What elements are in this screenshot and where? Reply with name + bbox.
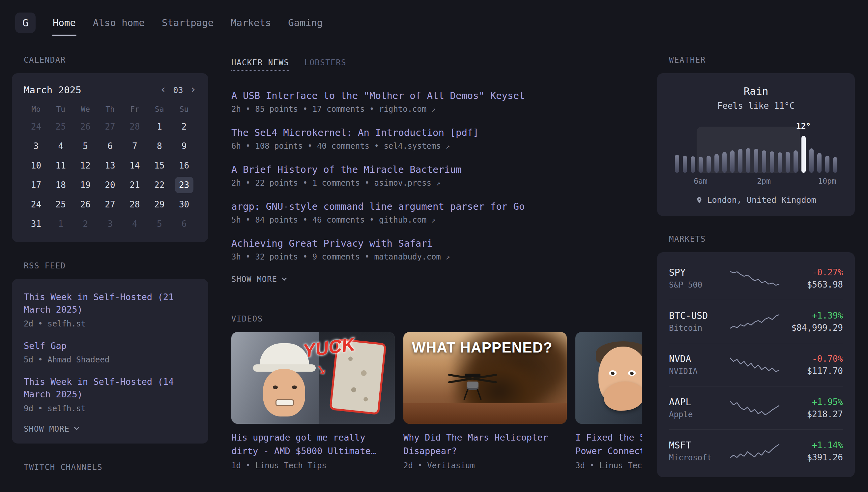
- news-item-title[interactable]: A Brief History of the Miracle Bacterium: [231, 164, 642, 175]
- rss-item: Self Gap5d • Ahmad Shadeed: [24, 340, 196, 364]
- video-title[interactable]: His upgrade got me reallydirty - AMD $50…: [231, 431, 395, 458]
- feed-show-more-button[interactable]: SHOW MORE: [231, 275, 642, 284]
- news-item-title[interactable]: Achieving Great Privacy with Safari: [231, 238, 642, 249]
- video-title[interactable]: I Fixed the 5Power Connect: [575, 431, 642, 458]
- nav-tab-startpage[interactable]: Startpage: [162, 0, 214, 46]
- weather-chart: 12°: [675, 123, 837, 173]
- weather-bar: [730, 150, 735, 173]
- calendar-day: 5: [73, 136, 98, 156]
- rss-show-more-button[interactable]: SHOW MORE: [24, 424, 196, 434]
- calendar-day: 2: [73, 214, 98, 233]
- calendar-next-icon[interactable]: ›: [190, 83, 196, 95]
- news-item-source[interactable]: matanabudy.com ↗: [374, 252, 450, 262]
- calendar-weekday-label: We: [73, 105, 98, 114]
- video-thumbnail[interactable]: YUCK↘: [231, 332, 395, 424]
- calendar-day: 24: [24, 195, 48, 214]
- calendar-day: 7: [122, 136, 147, 156]
- calendar-day: 21: [122, 175, 147, 195]
- feed-tab-hacker-news[interactable]: HACKER NEWS: [231, 58, 289, 71]
- external-link-icon: ↗: [446, 142, 450, 150]
- nav-tab-markets[interactable]: Markets: [231, 0, 271, 46]
- video-item: WHAT HAPPENED?Why Did The Mars Helicopte…: [403, 332, 567, 470]
- feed-tab-lobsters[interactable]: LOBSTERS: [304, 58, 346, 71]
- weather-bar: [707, 156, 711, 173]
- rss-title-line: This Week in Self-Hosted (14: [24, 376, 196, 388]
- video-meta: 1d • Linus Tech Tips: [231, 461, 395, 470]
- nav-tab-home[interactable]: Home: [53, 0, 76, 46]
- app-logo[interactable]: G: [15, 13, 35, 33]
- feed-show-more-label: SHOW MORE: [231, 275, 277, 284]
- news-item-source[interactable]: sel4.systems ↗: [384, 142, 450, 151]
- rss-item: This Week in Self-Hosted (14March 2025)9…: [24, 376, 196, 413]
- calendar-day: 3: [98, 214, 123, 233]
- calendar-day: 6: [172, 214, 196, 233]
- external-link-icon: ↗: [431, 216, 436, 224]
- calendar-month-title: March 2025: [24, 84, 81, 96]
- video-thumbnail[interactable]: WHAT HAPPENED?: [403, 332, 567, 424]
- calendar-day: 4: [122, 214, 147, 233]
- nav-tab-also-home[interactable]: Also home: [93, 0, 144, 46]
- market-symbol: AAPL: [669, 397, 722, 408]
- weather-time-label: 10pm: [818, 177, 836, 185]
- chevron-down-icon: [282, 275, 287, 280]
- news-item-title[interactable]: A USB Interface to the "Mother of All De…: [231, 90, 642, 101]
- market-name: Apple: [669, 410, 722, 419]
- left-column: CALENDAR March 2025 ‹ 03 › MoTuWeThFrSaS…: [12, 55, 208, 472]
- market-change: -0.70%: [787, 354, 843, 364]
- nav-tab-gaming[interactable]: Gaming: [288, 0, 323, 46]
- calendar-day: 17: [24, 175, 48, 195]
- calendar-prev-icon[interactable]: ‹: [160, 83, 166, 95]
- market-row[interactable]: BTC-USDBitcoin+1.39%$84,999.29: [669, 300, 843, 343]
- market-price: $84,999.29: [787, 323, 843, 333]
- video-thumbnail[interactable]: DO: [575, 332, 642, 424]
- calendar-weekday-row: MoTuWeThFrSaSu: [24, 105, 196, 114]
- rss-item-title[interactable]: This Week in Self-Hosted (14March 2025): [24, 376, 196, 401]
- nav-tabs: HomeAlso homeStartpageMarketsGaming: [53, 0, 323, 46]
- helicopter-part: [465, 374, 480, 377]
- market-sparkline: [730, 270, 779, 287]
- rss-list: This Week in Self-Hosted (21March 2025)2…: [24, 291, 196, 413]
- market-change: +1.39%: [787, 311, 843, 321]
- news-item-title[interactable]: argp: GNU-style command line argument pa…: [231, 201, 642, 212]
- rss-section-label: RSS FEED: [24, 261, 208, 270]
- calendar-day: 27: [98, 117, 123, 136]
- calendar-weekday-label: Th: [98, 105, 123, 114]
- rss-item-title[interactable]: This Week in Self-Hosted (21March 2025): [24, 291, 196, 316]
- market-row[interactable]: SPYS&P 500-0.27%$563.98: [669, 257, 843, 300]
- video-title-line: Disappear?: [403, 444, 567, 458]
- helicopter-part: [467, 382, 478, 390]
- right-column: WEATHER Rain Feels like 11°C 12° 6am2pm1…: [657, 55, 855, 492]
- market-change: +1.95%: [787, 397, 843, 407]
- market-symbol: NVDA: [669, 353, 722, 364]
- video-title[interactable]: Why Did The Mars HelicopterDisappear?: [403, 431, 567, 458]
- calendar-weekday-label: Sa: [147, 105, 172, 114]
- market-identity: BTC-USDBitcoin: [669, 310, 722, 333]
- market-row[interactable]: NVDANVIDIA-0.70%$117.70: [669, 343, 843, 386]
- news-item-title[interactable]: The SeL4 Microkernel: An Introduction [p…: [231, 127, 642, 138]
- calendar-day: 26: [73, 117, 98, 136]
- market-identity: SPYS&P 500: [669, 267, 722, 290]
- calendar-weekday-label: Su: [172, 105, 196, 114]
- news-item-source[interactable]: asimov.press ↗: [374, 178, 440, 188]
- market-price: $563.98: [787, 280, 843, 290]
- news-item-source[interactable]: righto.com ↗: [379, 104, 436, 114]
- market-price: $391.26: [787, 452, 843, 462]
- news-item-source[interactable]: github.com ↗: [379, 215, 436, 225]
- sparkline-svg: [730, 443, 779, 460]
- market-row[interactable]: AAPLApple+1.95%$218.27: [669, 386, 843, 429]
- thumb-art-eye: [292, 386, 297, 389]
- thumb-art-eye: [628, 370, 636, 376]
- thumb-overlay-text: WHAT HAPPENED?: [412, 339, 552, 356]
- news-item-meta: 2h • 22 points • 1 comments • asimov.pre…: [231, 178, 642, 188]
- calendar-day: 5: [147, 214, 172, 233]
- video-title-line: Power Connect: [575, 444, 642, 458]
- markets-widget: MARKETS SPYS&P 500-0.27%$563.98BTC-USDBi…: [657, 235, 855, 477]
- market-values: +1.14%$391.26: [787, 440, 843, 462]
- weather-bar: [825, 156, 830, 173]
- market-row[interactable]: MSFTMicrosoft+1.14%$391.26: [669, 429, 843, 472]
- rss-item-title[interactable]: Self Gap: [24, 340, 196, 352]
- calendar-day: 6: [98, 136, 123, 156]
- sparkline-svg: [730, 399, 779, 417]
- glance-dashboard: G HomeAlso homeStartpageMarketsGaming CA…: [0, 0, 868, 492]
- rss-title-line: Self Gap: [24, 340, 196, 352]
